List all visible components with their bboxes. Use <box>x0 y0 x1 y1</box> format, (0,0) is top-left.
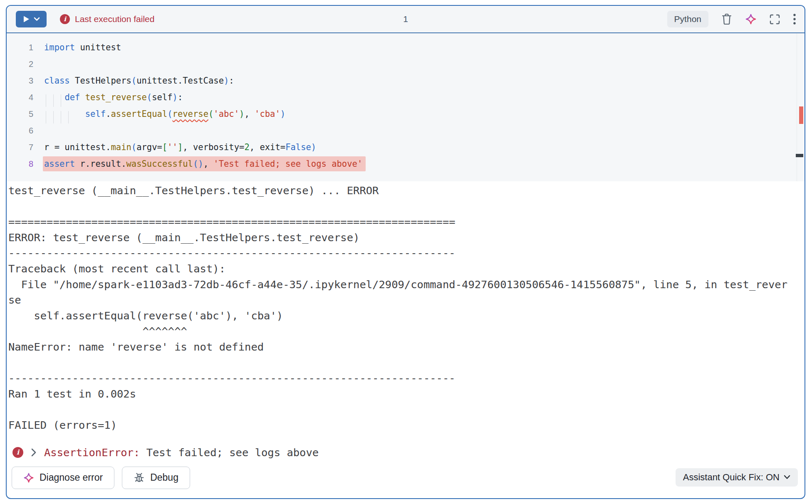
error-info-icon: i <box>60 14 70 24</box>
trash-icon <box>721 13 733 25</box>
code-line-text: class TestHelpers(unittest.TestCase): <box>33 76 234 86</box>
code-line-text: assert r.result.wasSuccessful(), 'Test f… <box>33 159 366 169</box>
language-selector[interactable]: Python <box>667 11 708 27</box>
exception-detail: Test failed; see logs above <box>140 446 319 459</box>
output-line: Ran 1 test in 0.002s <box>8 386 791 402</box>
indent-guide <box>61 94 61 107</box>
line-number: 5 <box>7 109 33 119</box>
exception-row: i AssertionError: Test failed; see logs … <box>7 444 805 461</box>
line-number: 2 <box>7 59 33 69</box>
code-line[interactable]: 1import unittest <box>7 39 805 56</box>
status-text: Last execution failed <box>75 14 154 24</box>
output-line <box>8 402 791 418</box>
overview-ruler <box>797 33 797 181</box>
exception-message: AssertionError: Test failed; see logs ab… <box>44 446 319 459</box>
diagnose-error-button[interactable]: Diagnose error <box>12 467 114 489</box>
code-line[interactable]: 4 def test_reverse(self): <box>7 89 805 106</box>
sparkle-icon <box>23 472 34 483</box>
output-line <box>8 355 791 371</box>
exception-info-icon[interactable]: i <box>12 447 23 458</box>
output-line: self.assertEqual(reverse('abc'), 'cba') <box>8 308 791 324</box>
output-line: ----------------------------------------… <box>8 245 791 261</box>
code-line[interactable]: 8assert r.result.wasSuccessful(), 'Test … <box>7 156 805 172</box>
fullscreen-icon <box>769 14 780 25</box>
notebook-cell: i Last execution failed 1 Python <box>6 5 805 499</box>
execution-count: 1 <box>403 14 408 24</box>
execution-status: i Last execution failed <box>60 14 154 24</box>
code-line[interactable]: 6 <box>7 122 805 139</box>
output-line: FAILED (errors=1) <box>8 418 791 433</box>
output-lines: test_reverse (__main__.TestHelpers.test_… <box>8 183 791 433</box>
output-line: test_reverse (__main__.TestHelpers.test_… <box>8 183 791 199</box>
assistant-button[interactable] <box>745 13 757 25</box>
line-number: 4 <box>7 93 33 102</box>
assistant-sparkle-icon <box>745 13 757 25</box>
line-number: 8 <box>7 159 33 169</box>
output-line: Traceback (most recent call last): <box>8 261 791 277</box>
maximize-button[interactable] <box>769 14 780 25</box>
code-line[interactable]: 3class TestHelpers(unittest.TestCase): <box>7 72 805 89</box>
bug-icon <box>134 472 145 483</box>
line-number: 1 <box>7 43 33 52</box>
indent-guide <box>46 94 46 107</box>
indent-guide <box>68 111 69 124</box>
run-icon <box>23 15 30 23</box>
cell-menu-button[interactable] <box>793 13 796 25</box>
overview-cursor-mark <box>796 154 803 157</box>
indent-guide <box>53 94 54 107</box>
code-line-text: import unittest <box>33 42 121 52</box>
code-line-text: def test_reverse(self): <box>33 92 183 102</box>
code-line[interactable]: 7r = unittest.main(argv=[''], verbosity=… <box>7 139 805 156</box>
code-line[interactable]: 5 self.assertEqual(reverse('abc'), 'cba'… <box>7 106 805 122</box>
expand-exception-button[interactable] <box>30 448 37 457</box>
line-number: 6 <box>7 126 33 136</box>
indent-guide <box>46 111 46 124</box>
line-number: 3 <box>7 76 33 86</box>
output-line: ========================================… <box>8 214 791 230</box>
output-line: ----------------------------------------… <box>8 371 791 386</box>
run-button[interactable] <box>16 11 47 27</box>
debug-label: Debug <box>150 472 178 483</box>
output-line: ERROR: test_reverse (__main__.TestHelper… <box>8 230 791 246</box>
indent-guide <box>53 111 54 124</box>
debug-button[interactable]: Debug <box>122 467 190 489</box>
line-number: 7 <box>7 143 33 152</box>
code-lines: 1import unittest23class TestHelpers(unit… <box>7 39 805 172</box>
assistant-quickfix-toggle[interactable]: Assistant Quick Fix: ON <box>676 468 798 487</box>
quickfix-label: Assistant Quick Fix: ON <box>683 472 780 483</box>
diagnose-error-label: Diagnose error <box>40 472 103 483</box>
overview-error-mark <box>799 106 803 124</box>
output-line <box>8 199 791 215</box>
toolbar-actions: Python <box>667 11 796 27</box>
run-dropdown-icon[interactable] <box>34 17 40 21</box>
chevron-down-icon <box>784 475 790 479</box>
output-line: NameError: name 'reverse' is not defined <box>8 339 791 355</box>
cell-output: test_reverse (__main__.TestHelpers.test_… <box>7 181 805 433</box>
code-line[interactable]: 2 <box>7 56 805 72</box>
exception-type: AssertionError: <box>44 446 140 459</box>
code-editor[interactable]: 1import unittest23class TestHelpers(unit… <box>7 32 805 181</box>
kebab-menu-icon <box>793 13 796 25</box>
code-line-text: self.assertEqual(reverse('abc'), 'cba') <box>33 109 285 119</box>
output-line: ^^^^^^^ <box>8 324 791 339</box>
cell-footer: Diagnose error Debug Assistant Quick Fix… <box>7 467 805 489</box>
indent-guide <box>61 111 61 124</box>
output-line: File "/home/spark-e1103ad3-72db-46cf-a44… <box>8 277 791 308</box>
cell-toolbar: i Last execution failed 1 Python <box>7 6 805 32</box>
delete-cell-button[interactable] <box>721 13 733 25</box>
code-line-text: r = unittest.main(argv=[''], verbosity=2… <box>33 142 316 152</box>
